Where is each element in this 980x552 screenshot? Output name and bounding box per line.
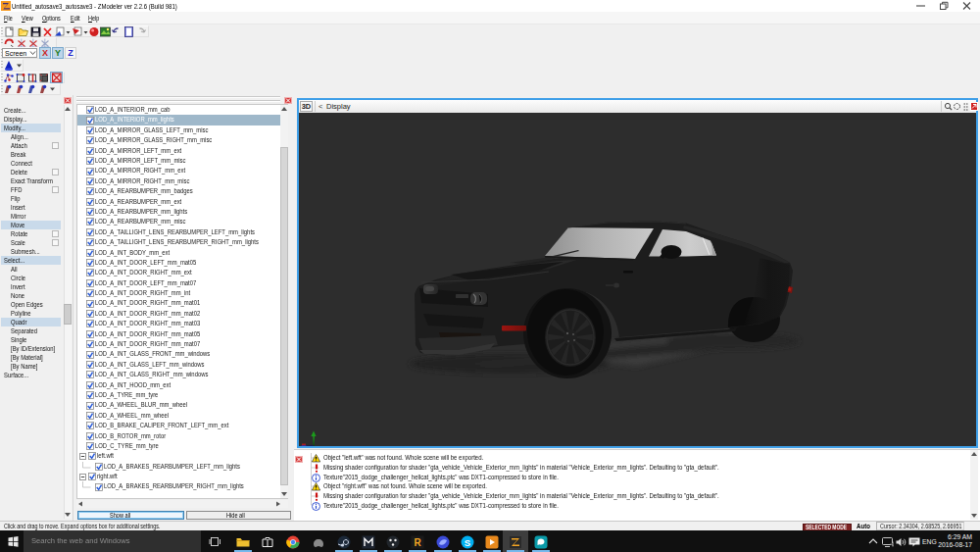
- svg-text:R: R: [414, 537, 421, 548]
- svg-text:S: S: [465, 537, 470, 548]
